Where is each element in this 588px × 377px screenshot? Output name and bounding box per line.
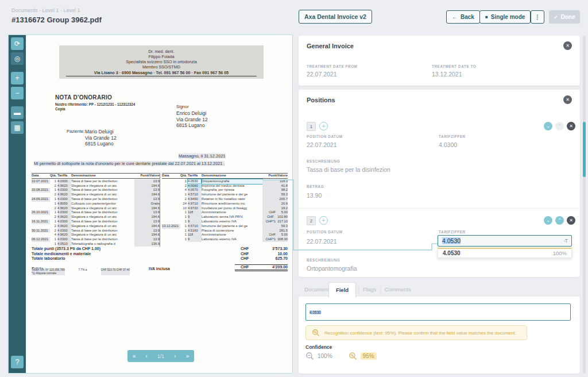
doc-table-cell: Tassa di base per la disinfezion — [71, 229, 134, 233]
grid-view-icon[interactable]: ▦ — [11, 121, 24, 134]
next-page-button[interactable]: › — [174, 353, 176, 359]
tarifziffer-input[interactable]: 4.0530 -T — [438, 235, 572, 247]
tarifziffer-value[interactable]: 4.0300 — [439, 141, 457, 148]
doc-table-cell — [32, 242, 50, 247]
tab-separator — [358, 286, 359, 294]
doc-table-cell: Amministrazione — [202, 233, 262, 237]
field-label: TREATMENT DATE TO — [432, 64, 476, 68]
kebab-menu-button[interactable]: ⋮ — [531, 10, 544, 24]
close-icon[interactable]: ✕ — [563, 41, 572, 50]
doc-table-cell: 4.8050 — [57, 202, 71, 206]
doc-table-cell: 4.9620 — [57, 206, 71, 211]
back-arrow-icon: ← — [452, 14, 458, 20]
done-button[interactable]: ✓ Done — [549, 10, 580, 24]
delete-position-icon[interactable]: ✕ — [567, 122, 575, 130]
last-page-button[interactable]: » — [186, 353, 189, 359]
position-datum-value[interactable]: 22.07.2021 — [307, 238, 337, 245]
doc-table-cell: 4 — [50, 233, 57, 237]
doc-table-row: 24.9620Slegatura e rilegatura di un arc1… — [32, 224, 160, 229]
check-icon: ✓ — [554, 14, 558, 20]
zoom-out-icon[interactable]: − — [11, 87, 24, 99]
add-position-icon[interactable]: + — [319, 216, 328, 225]
beschreibung-value[interactable]: Ortopantomografia — [307, 265, 357, 272]
doc-table-cell: 20.9 — [262, 202, 288, 206]
doc-table-cell: Incollatura per punto di fissagg — [202, 206, 262, 211]
position-datum-value[interactable]: 22.07.2021 — [307, 141, 337, 148]
prev-page-button[interactable]: ‹ — [145, 353, 147, 359]
fit-width-icon[interactable]: ▬ — [11, 106, 24, 119]
doc-table-cell: 4.0300 — [57, 197, 71, 202]
zoom-in-icon[interactable]: + — [11, 72, 24, 84]
doc-letterhead: Dr. med. dent.Filippo FoiadaSpecialista … — [59, 45, 264, 79]
panel-scrollbar-track[interactable] — [583, 36, 586, 374]
general-invoice-card: General Invoice ✕ TREATMENT DATE FROM 22… — [299, 36, 580, 86]
text-extract-icon[interactable]: -T — [564, 238, 567, 244]
move-down-icon[interactable]: ⌄ — [544, 216, 552, 225]
breadcrumb[interactable]: Documents - Level 1 - Level 1 — [11, 7, 80, 13]
tab-comments[interactable]: Comments — [385, 282, 411, 297]
doc-table-cell: Laboratorio esterno IVA — [202, 220, 262, 224]
help-button[interactable]: ? — [11, 356, 24, 368]
doc-table-cell: 1 — [50, 210, 57, 215]
doc-table-cell: Slegatura e rilegatura di un arc — [71, 193, 134, 197]
move-down-icon[interactable]: ⌄ — [544, 122, 552, 130]
single-mode-button[interactable]: ■ Single mode — [479, 10, 531, 24]
doc-reference: Nostro riferimento: PP - 1212/1231 - 112… — [55, 102, 135, 106]
doc-table-cell — [162, 193, 180, 197]
doc-table-cell — [32, 215, 50, 220]
doc-table-cell: 4.0300 — [57, 188, 71, 193]
doc-table-header-cell: Data — [162, 174, 180, 178]
tab-document[interactable]: Document — [304, 282, 329, 297]
move-up-icon[interactable]: ⌃ — [555, 216, 564, 225]
betrag-value[interactable]: 13.90 — [307, 192, 322, 199]
doc-table-row: 14.0530Ortopantomografia118.3 — [162, 179, 288, 184]
move-up-icon[interactable]: ⌃ — [555, 122, 564, 130]
doc-total-cell: CHF — [241, 256, 258, 261]
doc-table-row: 19Laboratorio esterno IVACHF*1 308.30 — [162, 237, 288, 242]
treatment-date-from-value[interactable]: 22.07.2021 — [307, 71, 337, 78]
first-page-button[interactable]: « — [133, 353, 136, 359]
back-button[interactable]: ← Back — [446, 10, 480, 24]
doc-table-cell: 10 — [180, 206, 188, 211]
beschreibung-value[interactable]: Tassa di base per la disinfezion — [307, 166, 390, 173]
doc-fine-print-amounts: CHF 523.70 CHF 37.40 — [101, 268, 130, 275]
tab-field[interactable]: Field — [328, 282, 356, 298]
single-mode-icon: ■ — [485, 14, 488, 20]
close-icon[interactable]: ✕ — [563, 95, 572, 104]
doc-table-cell: 2 — [50, 193, 57, 197]
doc-table-cell: CHF 5.00 — [262, 210, 288, 215]
field-value-editor[interactable]: 4.0530 — [305, 303, 571, 321]
doc-table-cell: 281.5 — [262, 229, 288, 233]
doc-table-cell: 1 — [180, 220, 188, 224]
target-icon[interactable]: ◎ — [11, 52, 24, 65]
tab-flags[interactable]: Flags — [363, 282, 376, 297]
doc-table-cell: 118.3 — [262, 179, 288, 184]
schema-select-button[interactable]: Axa Dental Invoice v2 — [299, 10, 372, 24]
doc-table-cell — [162, 220, 180, 224]
suggestion-confidence: 100% — [553, 250, 567, 256]
doc-table-header-cell: Tariffa — [57, 174, 71, 178]
doc-table-cell: Rimozione anelli/cemento inc — [202, 202, 262, 206]
doc-table-cell: 20.08.2021 — [32, 188, 50, 193]
scanned-document-page[interactable]: Dr. med. dent.Filippo FoiadaSpecialista … — [26, 35, 292, 373]
delete-position-icon[interactable]: ✕ — [567, 216, 575, 225]
doc-table-cell: Tassa di base per la disinfezion — [71, 179, 134, 184]
doc-table-header: DataQtà.TariffaDenominazionePunti/Valore — [32, 173, 160, 179]
doc-intro-sentence: Mi permetto di sottoporle la nota d'onor… — [34, 161, 225, 166]
positions-card: Positions ✕ 1 + ⌄ ⌃ ✕ POSITION DATUM 22.… — [299, 90, 580, 277]
treatment-date-to-value[interactable]: 13.12.2021 — [432, 71, 462, 78]
doc-table-cell: Ortopantomografia — [202, 179, 262, 184]
doc-table-row: 24.9620Slegatura e rilegatura di un arc1… — [32, 184, 160, 188]
panel-scrollbar-thumb[interactable] — [583, 122, 586, 177]
doc-table-cell — [162, 237, 180, 242]
doc-table-row: 30.11.202124.0300Tassa di base per la di… — [32, 229, 160, 233]
doc-table-cell: 1 — [50, 179, 57, 184]
doc-table-cell: 1 — [180, 210, 188, 215]
rotate-icon[interactable]: ⟳ — [11, 37, 24, 50]
doc-table-row: 16.11.202114.0300Tassa di base per la di… — [32, 220, 160, 224]
doc-total-amount: CHF10.00 — [235, 252, 288, 257]
add-position-icon[interactable]: + — [319, 122, 328, 130]
suggestion-dropdown-item[interactable]: 4.0530 100% — [438, 248, 572, 258]
doc-table-cell: 194.6 — [134, 224, 160, 229]
doc-table-cell: 194.6 — [134, 233, 160, 237]
